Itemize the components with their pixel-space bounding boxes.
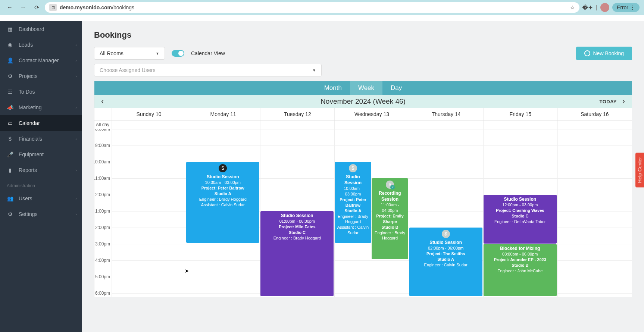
allday-cell[interactable] bbox=[186, 120, 260, 129]
calendar-event[interactable]: Studio Session01:00pm - 06:00pmProject: … bbox=[260, 211, 334, 296]
event-room: Studio B bbox=[374, 225, 406, 230]
sidebar-item-contact-manager[interactable]: 👤Contact Manager› bbox=[0, 53, 82, 68]
day-column[interactable] bbox=[557, 129, 632, 297]
allday-cell[interactable] bbox=[334, 120, 409, 129]
sidebar-item-financials[interactable]: $Financials› bbox=[0, 131, 82, 147]
event-title: Blocked for Mixing bbox=[486, 245, 554, 251]
assigned-users-placeholder: Choose Assigned Users bbox=[100, 67, 155, 73]
event-time: 10:00am - 03:00pm bbox=[337, 186, 369, 197]
time-label: 6:00pm bbox=[95, 291, 110, 296]
day-column[interactable] bbox=[112, 129, 186, 297]
sidebar-item-label: Calendar bbox=[19, 120, 40, 126]
allday-cell[interactable] bbox=[483, 120, 557, 129]
event-project: Project: Asunder EP - 2023 bbox=[486, 257, 554, 263]
content-area: Bookings All Rooms ▼ Calendar View + New… bbox=[82, 21, 644, 332]
event-project: Project: Peter Baltrow bbox=[188, 185, 257, 191]
sidebar-item-equipment[interactable]: 🎤Equipment bbox=[0, 147, 82, 162]
day-header: Tuesday 12 bbox=[260, 108, 334, 120]
money-icon: $ bbox=[7, 135, 13, 142]
chevron-right-icon: › bbox=[75, 212, 77, 216]
event-detail: Assistant : Calvin Sudar bbox=[337, 225, 369, 236]
calendar-event[interactable]: $Studio Session10:00am - 03:00pmProject:… bbox=[335, 162, 371, 243]
target-icon: ◉ bbox=[7, 41, 13, 48]
back-button[interactable]: ← bbox=[4, 2, 15, 13]
profile-avatar[interactable] bbox=[600, 3, 609, 12]
calendar-event[interactable]: $✓Recording Session11:00am - 04:00pmProj… bbox=[372, 178, 408, 259]
sidebar-item-users[interactable]: 👥Users› bbox=[0, 191, 82, 206]
view-tabs: MonthWeekDay bbox=[94, 81, 632, 95]
url-bar[interactable]: ⊡ demo.mysonido.com/bookings ☆ bbox=[45, 2, 579, 13]
sidebar: ▦Dashboard◉Leads›👤Contact Manager›⚙Proje… bbox=[0, 21, 82, 332]
calendar-event[interactable]: Studio Session12:00pm - 03:00pmProject: … bbox=[484, 195, 557, 244]
dollar-icon: $ bbox=[349, 164, 357, 172]
chevron-down-icon: ▼ bbox=[156, 51, 159, 56]
calendar: MonthWeekDay ‹ November 2024 (Week 46) T… bbox=[94, 81, 632, 297]
sidebar-item-projects[interactable]: ⚙Projects› bbox=[0, 68, 82, 84]
view-tab-day[interactable]: Day bbox=[382, 81, 410, 95]
room-filter-value: All Rooms bbox=[100, 50, 124, 56]
today-button[interactable]: TODAY bbox=[599, 99, 617, 104]
next-week-button[interactable]: › bbox=[619, 97, 629, 106]
url-path: /bookings bbox=[112, 4, 134, 10]
chevron-right-icon: › bbox=[75, 74, 77, 78]
calendar-grid: 8:00am9:00am10:00am11:00am12:00pm1:00pm2… bbox=[94, 129, 632, 297]
event-room: Studio A bbox=[412, 257, 480, 262]
day-column[interactable]: $Studio Session02:00pm - 06:00pmProject:… bbox=[409, 129, 483, 297]
allday-cell[interactable] bbox=[409, 120, 483, 129]
chevron-right-icon: › bbox=[75, 168, 77, 172]
new-booking-label: New Booking bbox=[593, 50, 624, 56]
day-column[interactable]: $Studio Session10:00am - 03:00pmProject:… bbox=[186, 129, 260, 297]
event-detail: Engineer : Brady Hoggard bbox=[263, 235, 331, 241]
bar-icon: ▮ bbox=[7, 167, 13, 173]
sidebar-item-to-dos[interactable]: ☲To Dos bbox=[0, 84, 82, 100]
event-time: 03:00pm - 06:00pm bbox=[486, 251, 554, 257]
calendar-event[interactable]: $Studio Session10:00am - 03:00pmProject:… bbox=[186, 162, 259, 243]
sidebar-item-settings[interactable]: ⚙Settings› bbox=[0, 206, 82, 222]
chevron-right-icon: › bbox=[75, 196, 77, 201]
day-header: Thursday 14 bbox=[409, 108, 483, 120]
users-icon: 👥 bbox=[7, 195, 13, 202]
reload-button[interactable]: ⟳ bbox=[31, 2, 42, 13]
event-time: 02:00pm - 06:00pm bbox=[412, 245, 480, 251]
app-header-strip bbox=[0, 15, 644, 21]
help-center-tab[interactable]: Help Center bbox=[635, 153, 644, 187]
sidebar-item-calendar[interactable]: ▭Calendar bbox=[0, 115, 82, 131]
time-label: 9:00am bbox=[95, 143, 110, 148]
allday-cell[interactable] bbox=[260, 120, 334, 129]
time-label: 1:00pm bbox=[95, 209, 110, 214]
day-column[interactable]: Studio Session01:00pm - 06:00pmProject: … bbox=[260, 129, 334, 297]
day-header: Saturday 16 bbox=[557, 108, 632, 120]
calendar-event[interactable]: Blocked for Mixing03:00pm - 06:00pmProje… bbox=[484, 244, 557, 296]
time-labels: 8:00am9:00am10:00am11:00am12:00pm1:00pm2… bbox=[94, 129, 112, 297]
event-title: Recording Session bbox=[374, 190, 406, 202]
page-title: Bookings bbox=[94, 30, 632, 40]
sidebar-item-dashboard[interactable]: ▦Dashboard bbox=[0, 21, 82, 37]
sidebar-item-marketing[interactable]: 📣Marketing› bbox=[0, 100, 82, 115]
view-tab-week[interactable]: Week bbox=[350, 81, 382, 95]
day-header: Sunday 10 bbox=[112, 108, 186, 120]
assigned-users-select[interactable]: Choose Assigned Users ▼ bbox=[94, 64, 322, 76]
allday-cell[interactable] bbox=[557, 120, 632, 129]
calendar-event[interactable]: $Studio Session02:00pm - 06:00pmProject:… bbox=[409, 228, 482, 296]
star-icon[interactable]: ☆ bbox=[570, 4, 575, 10]
event-detail: Assistant : Calvin Sudar bbox=[188, 202, 257, 208]
allday-cell[interactable] bbox=[112, 120, 186, 129]
prev-week-button[interactable]: ‹ bbox=[97, 97, 107, 106]
event-room: Studio A bbox=[337, 208, 369, 214]
event-project: Project: Emily Sharpe bbox=[374, 213, 406, 225]
sidebar-section-admin: Administration bbox=[0, 178, 82, 191]
url-host: demo.mysonido.com bbox=[60, 4, 112, 10]
event-room: Studio C bbox=[263, 230, 331, 235]
sidebar-item-reports[interactable]: ▮Reports› bbox=[0, 162, 82, 178]
extensions-icon[interactable]: �✦ bbox=[582, 2, 593, 13]
event-time: 11:00am - 04:00pm bbox=[374, 202, 406, 213]
view-tab-month[interactable]: Month bbox=[316, 81, 350, 95]
room-filter-select[interactable]: All Rooms ▼ bbox=[94, 47, 165, 60]
day-column[interactable]: $Studio Session10:00am - 03:00pmProject:… bbox=[334, 129, 409, 297]
day-column[interactable]: Studio Session12:00pm - 03:00pmProject: … bbox=[483, 129, 557, 297]
error-chip[interactable]: Error⋮ bbox=[612, 3, 640, 12]
forward-button[interactable]: → bbox=[18, 2, 28, 13]
sidebar-item-leads[interactable]: ◉Leads› bbox=[0, 37, 82, 53]
new-booking-button[interactable]: + New Booking bbox=[576, 47, 632, 60]
calendar-view-toggle[interactable] bbox=[172, 50, 184, 57]
